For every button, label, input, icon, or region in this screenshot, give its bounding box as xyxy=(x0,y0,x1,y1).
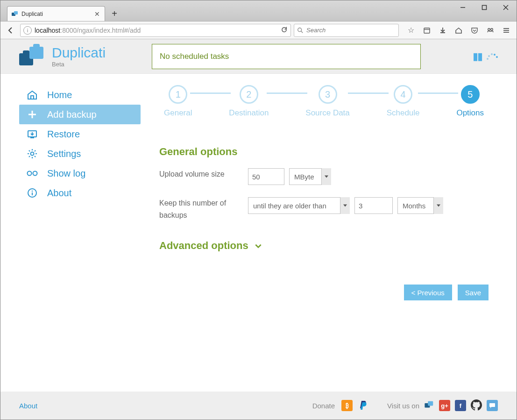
reload-button[interactable] xyxy=(281,26,288,35)
bookmark-star-icon[interactable]: ☆ xyxy=(404,24,418,37)
step-destination[interactable]: 2 Destination xyxy=(229,85,269,118)
upload-volume-input[interactable] xyxy=(248,168,284,185)
footer-about-link[interactable]: About xyxy=(19,402,37,410)
page-footer: About Donate ₿ Visit us on g+ f xyxy=(0,392,517,420)
home-nav-icon xyxy=(26,89,39,100)
sidebar-label: Add backup xyxy=(47,109,97,120)
svg-rect-1 xyxy=(14,11,18,14)
window-controls xyxy=(452,0,517,14)
page: Duplicati Beta No scheduled tasks ▮▮ Hom… xyxy=(0,39,517,420)
address-port: :8000 xyxy=(60,27,77,34)
throttle-icon[interactable] xyxy=(487,52,498,61)
upload-volume-label: Upload volume size xyxy=(159,168,248,180)
search-icon xyxy=(297,27,304,34)
downloads-icon[interactable] xyxy=(436,24,449,37)
sidebar-item-home[interactable]: Home xyxy=(19,85,141,105)
minimize-button[interactable] xyxy=(452,0,474,14)
keep-value-input[interactable] xyxy=(354,197,393,214)
maximize-button[interactable] xyxy=(474,0,495,14)
previous-button[interactable]: < Previous xyxy=(404,285,452,300)
gear-icon xyxy=(26,148,39,159)
step-general[interactable]: 1 General xyxy=(164,85,192,118)
duplicati-social-icon[interactable] xyxy=(424,400,434,412)
app-title: Duplicati xyxy=(52,45,106,61)
tab-close-button[interactable]: ✕ xyxy=(94,10,100,18)
svg-point-11 xyxy=(491,28,493,30)
step-number: 5 xyxy=(461,85,480,104)
bitcoin-icon[interactable]: ₿ xyxy=(341,400,353,411)
advanced-options-label: Advanced options xyxy=(159,240,248,252)
page-body: Home Add backup Restore Settings Show lo… xyxy=(0,74,517,392)
app-subtitle: Beta xyxy=(52,61,106,68)
svg-point-10 xyxy=(488,28,490,30)
svg-point-6 xyxy=(298,28,302,31)
facebook-icon[interactable]: f xyxy=(455,400,466,411)
sidebar: Home Add backup Restore Settings Show lo… xyxy=(19,85,141,392)
step-label: Destination xyxy=(229,108,269,118)
svg-point-23 xyxy=(32,191,33,192)
step-options[interactable]: 5 Options xyxy=(456,85,484,118)
wizard-stepper: 1 General 2 Destination 3 Source Data xyxy=(159,85,489,118)
step-number: 2 xyxy=(240,85,258,104)
pause-icon[interactable]: ▮▮ xyxy=(473,50,482,63)
address-bar[interactable]: i localhost:8000/ngax/index.html#/add xyxy=(20,24,291,37)
window-close-button[interactable] xyxy=(495,0,517,14)
step-source-data[interactable]: 3 Source Data xyxy=(305,85,350,118)
keep-unit-select[interactable]: Months xyxy=(397,197,443,214)
chevron-down-icon xyxy=(254,242,262,250)
search-input[interactable] xyxy=(306,27,396,34)
sidebar-label: Settings xyxy=(47,149,81,159)
favicon-duplicati-icon xyxy=(11,10,19,18)
svg-rect-26 xyxy=(428,401,433,406)
step-label: Source Data xyxy=(305,108,350,118)
google-plus-icon[interactable]: g+ xyxy=(439,400,450,411)
upload-volume-unit-select[interactable]: MByte xyxy=(289,168,331,185)
sidebar-item-show-log[interactable]: Show log xyxy=(19,164,141,183)
svg-point-20 xyxy=(28,171,32,176)
step-label: Schedule xyxy=(387,108,420,118)
advanced-options-heading[interactable]: Advanced options xyxy=(159,240,489,252)
step-label: General xyxy=(164,108,192,118)
library-icon[interactable] xyxy=(420,24,433,37)
sidebar-item-settings[interactable]: Settings xyxy=(19,144,141,164)
sidebar-label: Show log xyxy=(47,168,85,179)
step-connector xyxy=(190,93,231,94)
browser-tab[interactable]: Duplicati ✕ xyxy=(7,6,105,21)
info-icon xyxy=(26,187,39,199)
home-icon[interactable] xyxy=(452,24,465,37)
sidebar-label: About xyxy=(47,188,71,199)
plus-icon xyxy=(26,109,39,120)
new-tab-button[interactable]: + xyxy=(108,7,121,20)
step-connector xyxy=(348,93,389,94)
forum-icon[interactable] xyxy=(487,400,498,411)
step-connector xyxy=(418,93,459,94)
browser-window: Duplicati ✕ + i localhost:8000/ngax/inde… xyxy=(0,0,517,420)
keep-backups-label: Keep this number of backups xyxy=(159,197,248,221)
main-content: 1 General 2 Destination 3 Source Data xyxy=(159,85,498,392)
pocket-icon[interactable] xyxy=(468,24,481,37)
step-number: 4 xyxy=(394,85,412,104)
address-host: localhost xyxy=(35,27,60,34)
logo[interactable]: Duplicati Beta xyxy=(19,45,141,68)
svg-rect-27 xyxy=(489,403,495,407)
keep-mode-select[interactable]: until they are older than xyxy=(248,197,350,214)
footer-visit-label: Visit us on xyxy=(387,402,419,410)
github-icon[interactable] xyxy=(471,399,482,412)
log-icon xyxy=(26,168,39,179)
extension-icon[interactable] xyxy=(484,24,497,37)
menu-icon[interactable] xyxy=(500,24,513,37)
general-options-heading: General options xyxy=(159,146,489,158)
save-button[interactable]: Save xyxy=(458,285,489,300)
step-label: Options xyxy=(456,108,484,118)
address-path: /ngax/index.html#/add xyxy=(77,27,141,34)
sidebar-item-add-backup[interactable]: Add backup xyxy=(19,105,141,124)
back-button[interactable] xyxy=(4,24,17,37)
page-header: Duplicati Beta No scheduled tasks ▮▮ xyxy=(0,39,517,74)
site-info-icon[interactable]: i xyxy=(23,26,32,35)
sidebar-item-restore[interactable]: Restore xyxy=(19,124,141,144)
step-number: 1 xyxy=(169,85,187,104)
search-bar[interactable] xyxy=(294,24,399,37)
sidebar-item-about[interactable]: About xyxy=(19,183,141,203)
paypal-icon[interactable] xyxy=(359,399,368,412)
step-schedule[interactable]: 4 Schedule xyxy=(387,85,420,118)
